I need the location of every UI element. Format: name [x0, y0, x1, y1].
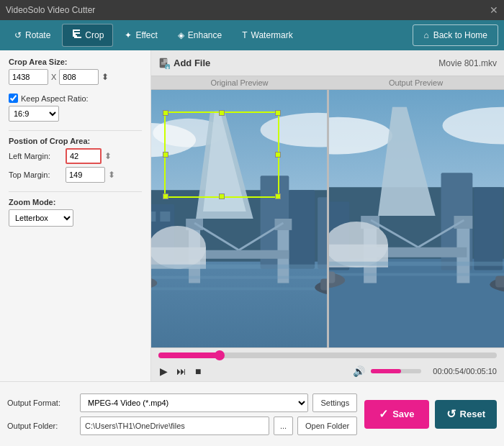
watermark-icon: T — [242, 30, 247, 40]
svg-text:+: + — [166, 64, 170, 69]
enhance-button[interactable]: ◈ Enhance — [169, 24, 230, 47]
output-preview-panel — [329, 90, 505, 347]
reset-button[interactable]: ↺ Reset — [435, 400, 497, 429]
svg-rect-1 — [163, 59, 167, 63]
crop-handle-bottom-center[interactable] — [219, 194, 225, 199]
output-folder-label: Output Folder: — [7, 422, 76, 430]
keep-aspect-ratio-checkbox[interactable] — [9, 94, 18, 103]
svg-rect-59 — [454, 216, 472, 229]
x-separator: X — [51, 73, 56, 81]
back-home-button[interactable]: ⌂ Back to Home — [413, 24, 498, 46]
rotate-button[interactable]: ↺ Rotate — [6, 24, 59, 47]
main-layout: Crop Area Size: X ⬍ Keep Aspect Ratio: 1… — [0, 50, 504, 381]
save-button[interactable]: ✓ Save — [364, 400, 428, 429]
crop-handle-bottom-right[interactable] — [275, 194, 281, 199]
crop-size-input-row: X ⬍ — [9, 69, 142, 85]
original-canvas — [151, 90, 327, 347]
left-margin-label: Left Margin: — [9, 152, 63, 160]
top-margin-label: Top Margin: — [9, 170, 63, 179]
svg-rect-43 — [320, 279, 326, 291]
skip-forward-icon: ⏭ — [176, 365, 186, 377]
crop-icon — [71, 29, 81, 42]
original-preview-label: Original Preview — [151, 76, 328, 90]
svg-rect-30 — [274, 219, 292, 230]
zoom-mode-section: Zoom Mode: Letterbox Pan & Scan Full — [9, 198, 142, 227]
keep-aspect-ratio-section: Keep Aspect Ratio: 16:9 4:3 1:1 — [9, 94, 142, 122]
preview-filename: Movie 801.mkv — [438, 58, 497, 68]
crop-overlay[interactable] — [164, 112, 279, 198]
watermark-button[interactable]: T Watermark — [233, 24, 302, 47]
aspect-ratio-select[interactable]: 16:9 4:3 1:1 — [9, 106, 59, 122]
height-stepper-icon: ⬍ — [102, 72, 109, 82]
zoom-mode-label: Zoom Mode: — [9, 198, 142, 206]
rotate-label: Rotate — [25, 30, 50, 40]
original-preview-panel — [151, 90, 327, 347]
svg-rect-66 — [329, 273, 505, 276]
play-button[interactable]: ▶ — [158, 364, 169, 378]
add-file-button[interactable]: + Add File — [158, 58, 210, 69]
progress-thumb[interactable] — [215, 350, 225, 360]
browse-button[interactable]: ... — [274, 417, 293, 435]
top-margin-stepper: ⬍ — [108, 170, 115, 180]
effect-label: Effect — [135, 30, 157, 40]
format-select[interactable]: MPEG-4 Video (*.mp4) — [80, 393, 308, 412]
enhance-label: Enhance — [188, 30, 222, 40]
crop-area-size-label: Crop Area Size: — [9, 58, 142, 66]
crop-width-input[interactable] — [9, 69, 48, 85]
left-margin-stepper: ⬍ — [104, 151, 112, 161]
output-folder-row: Output Folder: ... Open Folder — [7, 417, 357, 435]
left-margin-input[interactable] — [66, 148, 102, 164]
output-canvas — [329, 90, 505, 347]
output-format-label: Output Format: — [7, 399, 76, 407]
top-margin-row: Top Margin: ⬍ — [9, 167, 142, 183]
crop-handle-top-center[interactable] — [219, 110, 225, 116]
crop-label: Crop — [85, 30, 104, 40]
rotate-icon: ↺ — [14, 30, 22, 40]
preview-area: + Add File Movie 801.mkv Original Previe… — [151, 50, 504, 381]
crop-handle-middle-left[interactable] — [163, 152, 168, 158]
svg-rect-70 — [495, 276, 504, 288]
toolbar: ↺ Rotate Crop ✦ Effect ◈ Enhance T Water… — [0, 20, 504, 50]
stop-icon: ■ — [195, 365, 201, 377]
crop-handle-bottom-left[interactable] — [163, 194, 168, 199]
divider2 — [9, 191, 142, 192]
svg-rect-36 — [151, 265, 327, 269]
progress-bar[interactable] — [158, 352, 497, 358]
svg-rect-21 — [160, 211, 170, 222]
stop-button[interactable]: ■ — [194, 364, 202, 378]
effect-button[interactable]: ✦ Effect — [116, 24, 166, 47]
app-title: VideoSolo Video Cutter — [6, 5, 95, 15]
crop-button[interactable]: Crop — [62, 24, 113, 47]
svg-rect-53 — [474, 187, 503, 270]
volume-slider[interactable] — [371, 369, 421, 373]
open-folder-button[interactable]: Open Folder — [297, 417, 357, 435]
bottom-form: Output Format: MPEG-4 Video (*.mp4) Sett… — [7, 393, 357, 435]
folder-path-input[interactable] — [80, 417, 269, 435]
add-file-label: Add File — [174, 58, 210, 68]
top-margin-input[interactable] — [66, 167, 105, 183]
zoom-mode-select[interactable]: Letterbox Pan & Scan Full — [9, 209, 73, 227]
left-margin-row: Left Margin: ⬍ — [9, 148, 142, 164]
svg-rect-65 — [329, 262, 505, 266]
add-file-icon: + — [158, 58, 170, 69]
output-video-frame — [329, 90, 505, 347]
crop-height-input[interactable] — [59, 69, 99, 85]
skip-forward-button[interactable]: ⏭ — [175, 364, 188, 378]
crop-handle-middle-right[interactable] — [275, 152, 281, 158]
crop-handle-top-left[interactable] — [163, 110, 168, 116]
close-button[interactable]: ✕ — [490, 4, 498, 16]
divider1 — [9, 130, 142, 131]
keep-aspect-ratio-label: Keep Aspect Ratio: — [21, 94, 89, 103]
timeline-area: ▶ ⏭ ■ 🔊 00:00:54/00:05:10 — [151, 347, 504, 381]
svg-rect-48 — [329, 259, 505, 347]
back-home-label: Back to Home — [433, 30, 487, 40]
svg-rect-38 — [151, 287, 327, 290]
settings-button[interactable]: Settings — [312, 393, 357, 412]
volume-fill — [371, 369, 401, 373]
title-bar: VideoSolo Video Cutter ✕ — [0, 0, 504, 20]
play-icon: ▶ — [160, 365, 168, 377]
crop-handle-top-right[interactable] — [275, 110, 281, 116]
svg-rect-23 — [289, 190, 315, 268]
reset-label: Reset — [460, 409, 485, 419]
enhance-icon: ◈ — [178, 30, 184, 40]
